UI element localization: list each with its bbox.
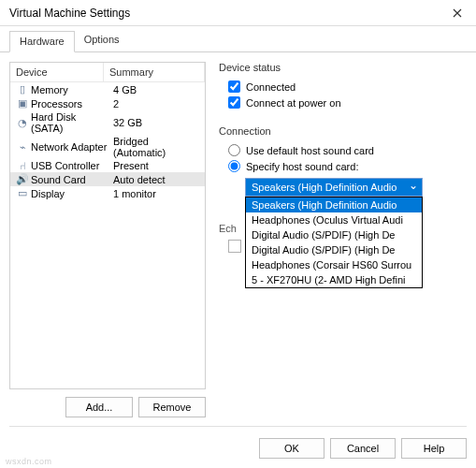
settings-pane: Device status Connected Connect at power… — [219, 62, 467, 417]
header-summary[interactable]: Summary — [104, 63, 205, 81]
dropdown-option[interactable]: 5 - XF270HU (2- AMD High Defini — [246, 272, 422, 287]
network-icon: ⌁ — [16, 141, 29, 154]
connect-at-power-on-checkbox[interactable]: Connect at power on — [219, 95, 467, 110]
title-bar: Virtual Machine Settings — [0, 0, 476, 26]
add-button[interactable]: Add... — [65, 397, 133, 417]
dropdown-option[interactable]: Headphones (Oculus Virtual Audi — [246, 212, 422, 227]
table-body: ▯Memory4 GB ▣Processors2 ◔Hard Disk (SAT… — [10, 82, 205, 388]
specify-radio[interactable]: Specify host sound card: — [219, 158, 467, 174]
echo-label-clipped: Ech — [219, 223, 243, 234]
dropdown-option[interactable]: Headphones (Corsair HS60 Surrou — [246, 257, 422, 272]
ok-button[interactable]: OK — [259, 438, 325, 459]
table-header: Device Summary — [10, 63, 205, 82]
dialog-footer: OK Cancel Help — [259, 438, 467, 459]
dropdown-option[interactable]: Digital Audio (S/PDIF) (High De — [246, 242, 422, 257]
watermark: wsxdn.com — [6, 457, 52, 466]
table-row[interactable]: ▭Display1 monitor — [10, 186, 205, 200]
tab-hardware[interactable]: Hardware — [9, 31, 75, 52]
close-icon — [453, 8, 462, 18]
device-status-group: Device status Connected Connect at power… — [219, 62, 467, 110]
sound-card-dropdown[interactable]: Speakers (High Definition Audio Speakers… — [245, 178, 423, 197]
table-row[interactable]: ▯Memory4 GB — [10, 82, 205, 96]
connection-label: Connection — [219, 125, 467, 137]
dropdown-list: Speakers (High Definition Audio Headphon… — [245, 197, 423, 288]
close-button[interactable] — [439, 0, 476, 26]
table-row[interactable]: 🔊Sound CardAuto detect — [10, 172, 205, 186]
cpu-icon: ▣ — [16, 97, 29, 110]
table-row[interactable]: ⌁Network AdapterBridged (Automatic) — [10, 135, 205, 159]
table-row[interactable]: ◔Hard Disk (SATA)32 GB — [10, 110, 205, 135]
table-row[interactable]: ⑁USB ControllerPresent — [10, 159, 205, 172]
help-button[interactable]: Help — [401, 438, 467, 459]
sound-icon: 🔊 — [16, 173, 29, 185]
dropdown-option[interactable]: Speakers (High Definition Audio — [246, 197, 422, 212]
tab-options[interactable]: Options — [75, 30, 129, 51]
cancel-button[interactable]: Cancel — [330, 438, 396, 459]
echo-checkbox-clipped[interactable] — [228, 240, 241, 253]
dropdown-option[interactable]: Digital Audio (S/PDIF) (High De — [246, 227, 422, 242]
connection-group: Connection Use default host sound card S… — [219, 125, 467, 197]
remove-button[interactable]: Remove — [138, 397, 206, 417]
display-icon: ▭ — [16, 187, 29, 199]
dropdown-selected[interactable]: Speakers (High Definition Audio — [245, 178, 423, 197]
header-device[interactable]: Device — [10, 63, 104, 81]
device-status-label: Device status — [219, 62, 467, 73]
connected-checkbox[interactable]: Connected — [219, 79, 467, 95]
usb-icon: ⑁ — [16, 160, 29, 171]
device-table: Device Summary ▯Memory4 GB ▣Processors2 … — [9, 62, 206, 389]
memory-icon: ▯ — [16, 83, 29, 95]
use-default-radio[interactable]: Use default host sound card — [219, 142, 467, 158]
device-list-pane: Device Summary ▯Memory4 GB ▣Processors2 … — [9, 62, 206, 417]
window-title: Virtual Machine Settings — [9, 7, 130, 20]
table-row[interactable]: ▣Processors2 — [10, 96, 205, 110]
footer-divider — [9, 426, 467, 427]
disk-icon: ◔ — [16, 117, 29, 129]
tabs: Hardware Options — [0, 26, 476, 52]
